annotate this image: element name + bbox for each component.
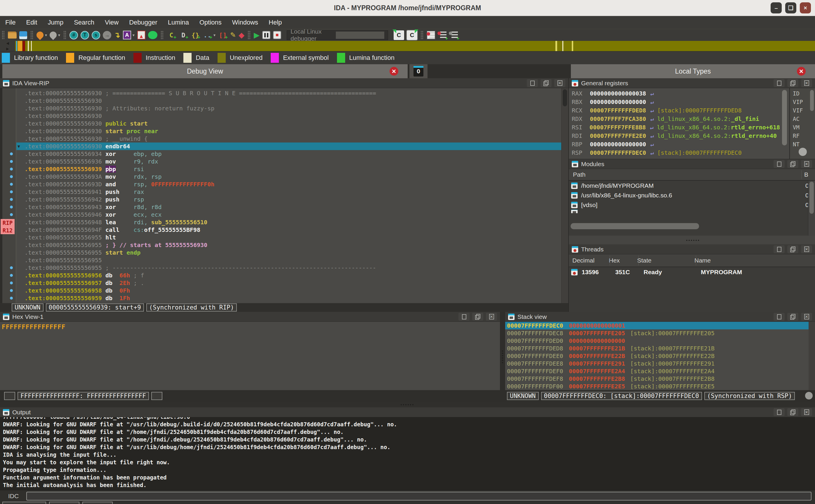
output-splitter[interactable] — [0, 402, 815, 407]
disasm-line[interactable]: .text:0000555555556955 hlt — [0, 234, 561, 241]
panel-restore-button[interactable] — [541, 79, 552, 87]
save-file-icon[interactable] — [19, 31, 27, 39]
tab-local-types-close-icon[interactable]: ✕ — [797, 67, 806, 76]
watches-icon[interactable] — [449, 31, 458, 39]
panel-restore-button[interactable] — [472, 313, 483, 321]
debugger-selector[interactable]: Local Linux debugger — [287, 30, 388, 40]
threads-column-header[interactable]: Decimal Hex State Name — [569, 254, 815, 267]
follow-value-icon[interactable]: ↵ — [646, 98, 657, 106]
lumina-icon[interactable] — [148, 31, 157, 39]
panel-splitter[interactable] — [569, 236, 815, 244]
panel-close-button[interactable] — [801, 160, 812, 168]
follow-value-icon[interactable]: ↵ — [646, 132, 657, 140]
disasm-line[interactable]: .text:0000555555556934 xor ebp, ebp — [0, 150, 561, 158]
stack-row[interactable]: 00007FFFFFFFDEC00000000000000001 — [505, 322, 815, 329]
menu-help[interactable]: Help — [269, 19, 282, 26]
navband-arrows[interactable]: ◀▶ — [0, 41, 15, 51]
create-struct-icon[interactable]: {}+ — [191, 32, 200, 39]
menu-file[interactable]: File — [5, 19, 15, 26]
disasm-line[interactable]: .text:0000555555556956 db 66h ; f — [0, 272, 561, 279]
menu-debugger[interactable]: Debugger — [129, 19, 157, 26]
disasm-line[interactable]: .text:000055555555693A mov rdx, rsp — [0, 173, 561, 180]
disasm-line[interactable]: .text:0000555555556957 db 2Eh ; . — [0, 279, 561, 287]
modules-column-header[interactable]: Path B — [569, 169, 815, 181]
create-function-icon[interactable]: C+ — [167, 32, 176, 39]
stop-process-icon[interactable]: ■ — [273, 31, 281, 39]
panel-minimize-button[interactable] — [458, 313, 470, 321]
tab-debug-view[interactable]: Debug View ✕ — [2, 64, 408, 78]
follow-value-icon[interactable]: ↵ — [646, 89, 657, 98]
register-row[interactable]: RAX0000000000000038↵ — [569, 89, 780, 98]
stack-scrollbar[interactable] — [809, 322, 815, 390]
listing-scrollbar[interactable] — [561, 88, 568, 303]
follow-value-icon[interactable]: ↵ — [646, 106, 657, 115]
title-bar[interactable]: IDA - MYPROGRAM /home/jfndi/MYPROGRAM – … — [0, 0, 815, 16]
stack-row[interactable]: 00007FFFFFFFDED00000000000000000 — [505, 337, 815, 345]
disasm-line[interactable]: .text:0000555555556948 lea rdi, sub_5555… — [0, 218, 561, 226]
disasm-line[interactable]: .text:000055555555693D and rsp, 0FFFFFFF… — [0, 180, 561, 188]
panel-restore-button[interactable] — [787, 245, 798, 253]
panel-minimize-button[interactable] — [527, 79, 538, 87]
stack-row[interactable]: 00007FFFFFFFDEC800007FFFFFFFE205[stack]:… — [505, 329, 815, 337]
disasm-line[interactable]: .text:0000555555556930 — [0, 97, 561, 105]
disasm-line[interactable]: .text:0000555555556941 push rax — [0, 188, 561, 196]
jump-address-icon[interactable]: → — [103, 31, 111, 39]
register-row[interactable]: RBP0000000000000000↵ — [569, 140, 780, 149]
threads-name-column[interactable]: Name — [694, 257, 711, 264]
modules-path-column[interactable]: Path — [569, 171, 585, 178]
panel-close-button[interactable] — [554, 79, 565, 87]
registers-scrollbar[interactable] — [782, 90, 787, 145]
edit-icon[interactable]: ✎ — [230, 31, 236, 39]
follow-value-icon[interactable]: ↵ — [646, 140, 657, 149]
disasm-line[interactable]: .text:0000555555556930 start proc near — [0, 127, 561, 135]
panel-minimize-button[interactable] — [774, 79, 785, 87]
text-view-icon[interactable]: T — [81, 31, 89, 39]
menu-jump[interactable]: Jump — [48, 19, 63, 26]
create-segment-icon[interactable]: []+ — [218, 32, 227, 39]
follow-value-icon[interactable]: ↵ — [646, 157, 657, 159]
disasm-line[interactable]: .text:0000555555556955 start endp — [0, 249, 561, 256]
register-row[interactable]: RIP0000555555556930↵.text:start — [569, 157, 780, 159]
follow-value-icon[interactable]: ↵ — [646, 115, 657, 123]
disassembly-listing[interactable]: .text:0000555555556930 ; ===============… — [0, 88, 568, 303]
module-row[interactable]: [vdso]0 — [569, 200, 815, 210]
disasm-line[interactable]: .text:0000555555556955 ; } // starts at … — [0, 241, 561, 249]
navigation-band[interactable]: ◀▶ — [0, 41, 815, 51]
panel-minimize-button[interactable] — [774, 160, 785, 168]
panel-restore-button[interactable] — [787, 79, 798, 87]
disasm-line[interactable]: .text:000055555555694F call cs:off_55555… — [0, 226, 561, 234]
panel-minimize-button[interactable] — [774, 313, 785, 321]
register-row[interactable]: RSI00007FFFF7FFE8B8↵ld_linux_x86_64.so.2… — [569, 123, 780, 132]
window-maximize-button[interactable]: ❑ — [785, 2, 796, 13]
continue-process-icon[interactable]: ▶ — [254, 31, 260, 40]
flags-scrollbar[interactable] — [810, 90, 814, 111]
follow-value-icon[interactable]: ↵ — [646, 149, 657, 157]
stack-row[interactable]: 00007FFFFFFFDEE800007FFFFFFFE291[stack]:… — [505, 360, 815, 367]
disasm-line[interactable]: .text:0000555555556955 ; ---------------… — [0, 264, 561, 272]
dropdown-caret-icon[interactable]: ▾ — [133, 33, 135, 37]
name-icon[interactable]: A — [123, 31, 131, 39]
registers-panel[interactable]: RAX0000000000000038↵RBX0000000000000000↵… — [569, 88, 815, 159]
register-row[interactable]: RBX0000000000000000↵ — [569, 98, 780, 106]
create-data-icon[interactable]: D+ — [179, 32, 188, 39]
tab-debug-view-close-icon[interactable]: ✕ — [390, 67, 398, 76]
panel-restore-button[interactable] — [787, 408, 798, 416]
stack-scroll-knob[interactable] — [805, 392, 813, 399]
menu-view[interactable]: View — [105, 19, 119, 26]
disasm-line[interactable]: .text:0000555555556955 — [0, 256, 561, 264]
disasm-line[interactable]: .text:0000555555556942 push rsp — [0, 196, 561, 203]
register-row[interactable]: RDI00007FFFF7FFE2E0↵ld_linux_x86_64.so.2… — [569, 132, 780, 140]
stack-row[interactable]: 00007FFFFFFFDEF800007FFFFFFFE2B8[stack]:… — [505, 375, 815, 383]
stack-row[interactable]: 00007FFFFFFFDEF000007FFFFFFFE2A4[stack]:… — [505, 367, 815, 375]
threads-list[interactable]: 13596351CReadyMYPROGRAM — [569, 267, 815, 312]
disasm-line[interactable]: .text:0000555555556943 xor r8d, r8d — [0, 203, 561, 211]
modules-vscrollbar[interactable] — [808, 181, 815, 236]
jump-back-icon[interactable] — [35, 30, 45, 40]
modules-list[interactable]: /home/jfndi/MYPROGRAM0/usr/lib/x86_64-li… — [569, 181, 815, 236]
hex-bytes[interactable]: FFFFFFFFFFFFFFFF — [0, 322, 500, 331]
stack-row[interactable]: 00007FFFFFFFDF0000007FFFFFFFE2E5[stack]:… — [505, 383, 815, 390]
panel-minimize-button[interactable] — [774, 245, 785, 253]
colors-icon[interactable]: ▲ — [137, 31, 145, 39]
panel-close-button[interactable] — [801, 313, 812, 321]
hex-stack-splitter[interactable] — [500, 312, 505, 402]
